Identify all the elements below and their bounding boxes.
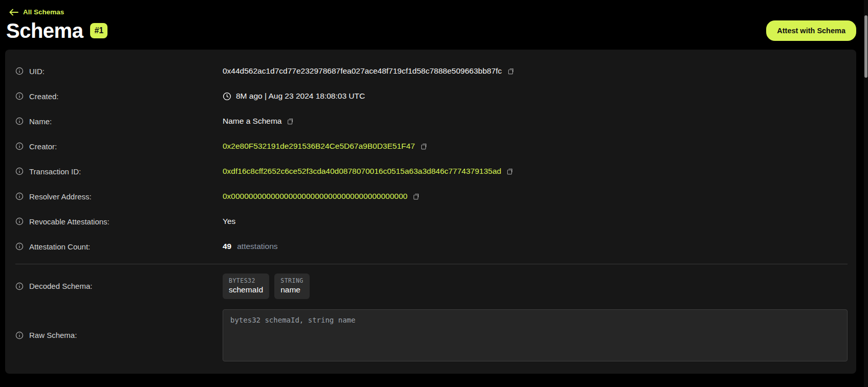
copy-icon: [506, 168, 513, 175]
decoded-schema-label: Decoded Schema:: [29, 282, 92, 290]
creator-label: Creator:: [29, 142, 57, 151]
attestation-count-value: 49: [223, 242, 231, 251]
copy-icon: [412, 193, 420, 200]
copy-resolver-address-button[interactable]: [412, 193, 420, 200]
revocable-attestations-label: Revocable Attestations:: [29, 217, 110, 226]
back-arrow-icon: [9, 9, 18, 16]
name-label: Name:: [29, 117, 52, 126]
schema-details-card: UID: 0x44d562ac1d7cd77e232978687fea027ac…: [5, 50, 856, 374]
field-name: name: [280, 285, 303, 294]
transaction-id-label-col: Transaction ID:: [15, 167, 223, 176]
created-label: Created:: [29, 92, 59, 101]
copy-name-button[interactable]: [286, 118, 294, 125]
schema-field-chip: BYTES32 schemaId: [223, 274, 269, 299]
name-value: Name a Schema: [223, 117, 281, 126]
attestation-count-label-col: Attestation Count:: [15, 242, 223, 251]
info-icon[interactable]: [15, 67, 24, 75]
uid-label: UID:: [29, 67, 45, 76]
transaction-id-value-col: 0xdf16c8cff2652c6ce52f3cda40d0878070016c…: [223, 167, 513, 176]
revocable-attestations-value: Yes: [223, 217, 235, 226]
info-icon[interactable]: [15, 92, 24, 100]
back-row: All Schemas: [0, 0, 868, 18]
created-value-col: 8M ago | Aug 23 2024 18:08:03 UTC: [223, 92, 365, 101]
schema-field-chips: BYTES32 schemaId STRING name: [223, 274, 310, 299]
creator-value-col: 0x2e80F532191de291536B24Ce5D67a9B0D3E51F…: [223, 142, 427, 151]
uid-row: UID: 0x44d562ac1d7cd77e232978687fea027ac…: [15, 59, 848, 84]
attestations-link[interactable]: attestations: [237, 242, 277, 251]
copy-uid-button[interactable]: [507, 67, 514, 75]
revocable-attestations-label-col: Revocable Attestations:: [15, 217, 223, 226]
raw-schema-textarea[interactable]: bytes32 schemaId, string name: [223, 309, 848, 361]
created-row: Created: 8M ago | Aug 23 2024 18:08:03 U…: [15, 84, 848, 109]
info-icon[interactable]: [15, 192, 24, 200]
scrollbar-thumb[interactable]: [864, 15, 867, 78]
field-type: BYTES32: [229, 277, 263, 284]
copy-icon: [420, 143, 427, 150]
schema-field-chip: STRING name: [274, 274, 310, 299]
clock-icon: [223, 92, 231, 101]
attestation-count-label: Attestation Count:: [29, 242, 90, 251]
attest-with-schema-button[interactable]: Attest with Schema: [766, 20, 856, 41]
back-link-label: All Schemas: [23, 8, 64, 16]
decoded-schema-row: Decoded Schema: BYTES32 schemaId STRING …: [15, 269, 848, 303]
revocable-attestations-value-col: Yes: [223, 217, 235, 226]
field-type: STRING: [280, 277, 303, 284]
info-icon[interactable]: [15, 242, 24, 251]
creator-label-col: Creator:: [15, 142, 223, 151]
creator-row: Creator: 0x2e80F532191de291536B24Ce5D67a…: [15, 134, 848, 159]
copy-icon: [286, 118, 294, 125]
attestation-count-row: Attestation Count: 49 attestations: [15, 234, 848, 259]
section-divider: [15, 264, 848, 264]
attestation-count-value-col: 49 attestations: [223, 242, 278, 251]
schema-number-badge: #1: [90, 23, 107, 38]
name-value-col: Name a Schema: [223, 117, 294, 126]
uid-label-col: UID:: [15, 67, 223, 76]
info-icon[interactable]: [15, 117, 24, 125]
transaction-id-row: Transaction ID: 0xdf16c8cff2652c6ce52f3c…: [15, 159, 848, 184]
decoded-schema-label-col: Decoded Schema:: [15, 282, 223, 290]
info-icon[interactable]: [15, 167, 24, 175]
raw-schema-label-col: Raw Schema:: [15, 331, 223, 339]
uid-value: 0x44d562ac1d7cd77e232978687fea027ace48f7…: [223, 66, 502, 76]
resolver-address-label: Resolver Address:: [29, 192, 92, 201]
info-icon[interactable]: [15, 217, 24, 225]
name-row: Name: Name a Schema: [15, 109, 848, 134]
field-name: schemaId: [229, 285, 263, 294]
copy-creator-button[interactable]: [420, 143, 427, 150]
name-label-col: Name:: [15, 117, 223, 126]
page-title: Schema: [6, 19, 83, 42]
created-value: 8M ago | Aug 23 2024 18:08:03 UTC: [236, 92, 365, 101]
info-icon[interactable]: [15, 142, 24, 150]
creator-address-link[interactable]: 0x2e80F532191de291536B24Ce5D67a9B0D3E51F…: [223, 142, 415, 151]
raw-schema-label: Raw Schema:: [29, 331, 77, 339]
created-label-col: Created:: [15, 92, 223, 101]
title-row: Schema #1 Attest with Schema: [0, 18, 868, 42]
resolver-address-label-col: Resolver Address:: [15, 192, 223, 201]
uid-value-col: 0x44d562ac1d7cd77e232978687fea027ace48f7…: [223, 66, 514, 76]
resolver-address-link[interactable]: 0x00000000000000000000000000000000000000…: [223, 192, 407, 201]
transaction-id-link[interactable]: 0xdf16c8cff2652c6ce52f3cda40d0878070016c…: [223, 167, 501, 176]
copy-icon: [507, 67, 514, 75]
info-icon[interactable]: [15, 331, 24, 339]
resolver-address-row: Resolver Address: 0x00000000000000000000…: [15, 184, 848, 209]
info-icon[interactable]: [15, 282, 24, 290]
revocable-attestations-row: Revocable Attestations: Yes: [15, 209, 848, 234]
resolver-address-value-col: 0x00000000000000000000000000000000000000…: [223, 192, 420, 201]
transaction-id-label: Transaction ID:: [29, 167, 81, 176]
copy-transaction-id-button[interactable]: [506, 168, 513, 175]
scrollbar-track[interactable]: [864, 0, 868, 387]
raw-schema-row: Raw Schema: bytes32 schemaId, string nam…: [15, 309, 848, 361]
back-to-all-schemas-link[interactable]: All Schemas: [9, 8, 64, 16]
